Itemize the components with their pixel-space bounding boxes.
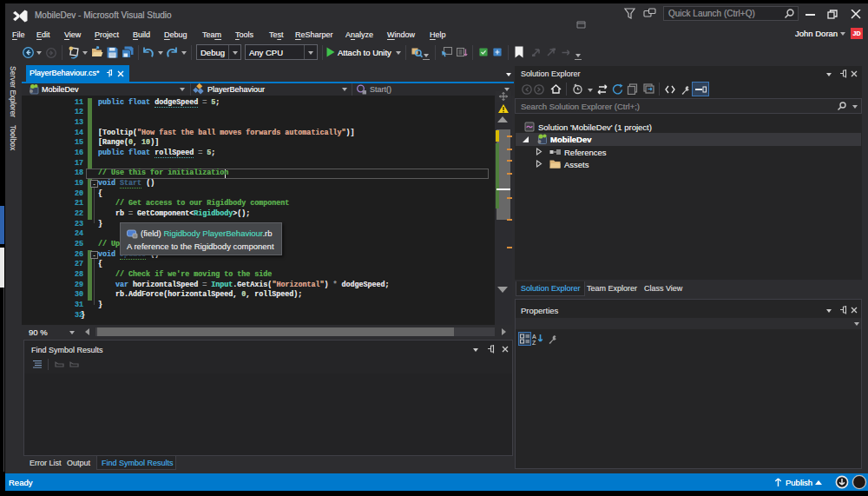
svg-text:Z: Z — [532, 340, 536, 346]
svg-text:A: A — [532, 334, 536, 340]
